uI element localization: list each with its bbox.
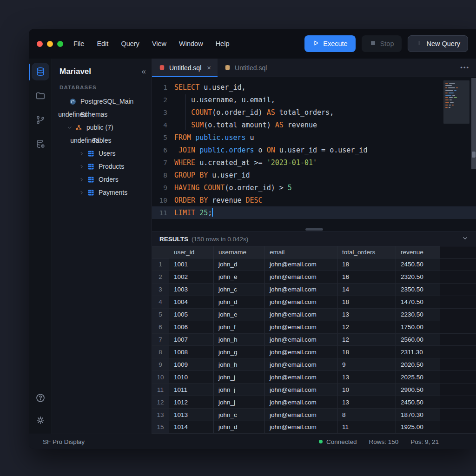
- cell-username[interactable]: john_d: [214, 421, 265, 433]
- tree-item-schemas[interactable]: undefinedSchemas: [52, 108, 152, 121]
- editor-scrollbar[interactable]: [471, 78, 476, 169]
- row-number[interactable]: 9: [152, 358, 169, 370]
- code-line-7[interactable]: 7WHERE u.created_at >= '2023-01-01': [152, 156, 476, 169]
- chevron-right-icon[interactable]: [78, 190, 85, 195]
- cell-username[interactable]: john_c: [214, 284, 265, 296]
- menu-file[interactable]: File: [73, 40, 84, 47]
- cell-revenue[interactable]: 1925.00: [396, 421, 440, 433]
- close-window-button[interactable]: [37, 41, 43, 47]
- row-number[interactable]: 7: [152, 334, 169, 346]
- database-export-rail-button[interactable]: [32, 135, 49, 153]
- column-header-username[interactable]: username: [214, 246, 265, 258]
- code-line-9[interactable]: 9HAVING COUNT(o.order_id) > 5: [152, 181, 476, 194]
- cell-revenue[interactable]: 2025.50: [396, 371, 440, 383]
- cell-email[interactable]: john@email.com: [265, 309, 337, 321]
- cell-total_orders[interactable]: 13: [337, 396, 396, 408]
- row-number[interactable]: 5: [152, 309, 169, 321]
- tree-item-postgresql-main[interactable]: PostgreSQL_Main: [52, 95, 152, 108]
- sql-editor[interactable]: 1SELECT u.user_id,2 u.username, u.email,…: [152, 77, 476, 227]
- cell-total_orders[interactable]: 18: [337, 296, 396, 308]
- column-header-user_id[interactable]: user_id: [169, 246, 214, 258]
- code-line-1[interactable]: 1SELECT u.user_id,: [152, 81, 476, 93]
- tree-item-users[interactable]: Users: [52, 147, 152, 160]
- cell-user_id[interactable]: 1008: [169, 346, 214, 358]
- menu-edit[interactable]: Edit: [97, 40, 108, 47]
- cell-email[interactable]: john@email.com: [265, 371, 337, 383]
- close-tab-icon[interactable]: ×: [207, 64, 211, 72]
- row-number[interactable]: 10: [152, 371, 169, 383]
- cell-email[interactable]: john@email.com: [265, 396, 337, 408]
- cell-email[interactable]: john@email.com: [265, 321, 337, 333]
- new-query-button[interactable]: New Query: [408, 35, 468, 52]
- scrollbar-thumb[interactable]: [472, 152, 476, 158]
- cell-username[interactable]: john_c: [214, 409, 265, 421]
- tab-2-untitled-sql[interactable]: Untitled.sql: [218, 59, 277, 77]
- collapse-sidebar-icon[interactable]: «: [142, 67, 145, 76]
- cell-username[interactable]: john_j: [214, 383, 265, 396]
- zoom-window-button[interactable]: [57, 41, 63, 47]
- chevron-right-icon[interactable]: [78, 177, 85, 182]
- column-header-total_orders[interactable]: total_orders: [337, 246, 396, 258]
- cell-username[interactable]: john_e: [214, 309, 265, 321]
- cell-user_id[interactable]: 1014: [169, 421, 214, 433]
- cell-username[interactable]: john_g: [214, 346, 265, 358]
- tree-item-orders[interactable]: Orders: [52, 173, 152, 186]
- cell-user_id[interactable]: 1001: [169, 258, 214, 271]
- cell-username[interactable]: john_e: [214, 271, 265, 283]
- cell-revenue[interactable]: 2230.50: [396, 309, 440, 321]
- menu-view[interactable]: View: [152, 40, 166, 47]
- cell-user_id[interactable]: 1005: [169, 309, 214, 321]
- code-line-11[interactable]: 11LIMIT 25;: [152, 206, 476, 219]
- minimize-window-button[interactable]: [47, 41, 53, 47]
- code-line-8[interactable]: 8GROUP BY u.user_id: [152, 169, 476, 181]
- row-number[interactable]: 3: [152, 284, 169, 296]
- cell-revenue[interactable]: 2311.30: [396, 346, 440, 358]
- cell-email[interactable]: john@email.com: [265, 409, 337, 421]
- folder-rail-button[interactable]: [32, 87, 49, 105]
- cell-email[interactable]: john@email.com: [265, 383, 337, 396]
- results-splitter[interactable]: [152, 227, 476, 231]
- menu-help[interactable]: Help: [216, 40, 230, 47]
- database-rail-button[interactable]: [32, 63, 49, 80]
- cell-user_id[interactable]: 1002: [169, 271, 214, 283]
- row-number[interactable]: 12: [152, 396, 169, 408]
- cell-email[interactable]: john@email.com: [265, 334, 337, 346]
- tree-item-public-7[interactable]: public (7): [52, 121, 152, 134]
- cell-username[interactable]: john_j: [214, 371, 265, 383]
- cell-total_orders[interactable]: 13: [337, 371, 396, 383]
- cell-username[interactable]: john_j: [214, 396, 265, 408]
- menu-window[interactable]: Window: [179, 40, 203, 47]
- settings-gear-rail-button[interactable]: [32, 411, 49, 429]
- cell-total_orders[interactable]: 18: [337, 258, 396, 271]
- row-number[interactable]: 6: [152, 321, 169, 333]
- cell-user_id[interactable]: 1007: [169, 334, 214, 346]
- tab-overflow-icon[interactable]: •••: [460, 64, 476, 71]
- code-line-2[interactable]: 2 u.username, u.email,: [152, 93, 476, 106]
- cell-revenue[interactable]: 2020.50: [396, 358, 440, 370]
- code-line-10[interactable]: 10ORDER BY revenue DESC: [152, 194, 476, 206]
- cell-revenue[interactable]: 2560.00: [396, 334, 440, 346]
- chevron-right-icon[interactable]: [78, 151, 85, 156]
- cell-revenue[interactable]: 2350.50: [396, 284, 440, 296]
- cell-email[interactable]: john@email.com: [265, 421, 337, 433]
- cell-revenue[interactable]: 1470.50: [396, 296, 440, 308]
- code-line-3[interactable]: 3 COUNT(o.order_id) AS total_orders,: [152, 106, 476, 119]
- splitter-handle[interactable]: [305, 228, 323, 231]
- cell-user_id[interactable]: 1013: [169, 409, 214, 421]
- code-line-5[interactable]: 5FROM public.users u: [152, 131, 476, 144]
- cell-total_orders[interactable]: 12: [337, 334, 396, 346]
- collapse-results-icon[interactable]: [462, 235, 469, 244]
- help-rail-button[interactable]: [32, 389, 49, 407]
- cell-revenue[interactable]: 2320.50: [396, 271, 440, 283]
- cell-total_orders[interactable]: 12: [337, 321, 396, 333]
- cell-total_orders[interactable]: 9: [337, 358, 396, 370]
- cell-email[interactable]: john@email.com: [265, 346, 337, 358]
- git-branch-rail-button[interactable]: [32, 111, 49, 129]
- cell-revenue[interactable]: 1750.00: [396, 321, 440, 333]
- code-line-4[interactable]: 4 SUM(o.total_amount) AS revenue: [152, 119, 476, 131]
- row-number[interactable]: 8: [152, 346, 169, 358]
- cell-username[interactable]: john_d: [214, 258, 265, 271]
- column-header-email[interactable]: email: [265, 246, 337, 258]
- cell-email[interactable]: john@email.com: [265, 284, 337, 296]
- code-line-6[interactable]: 6 JOIN public.orders o ON u.user_id = o.…: [152, 144, 476, 156]
